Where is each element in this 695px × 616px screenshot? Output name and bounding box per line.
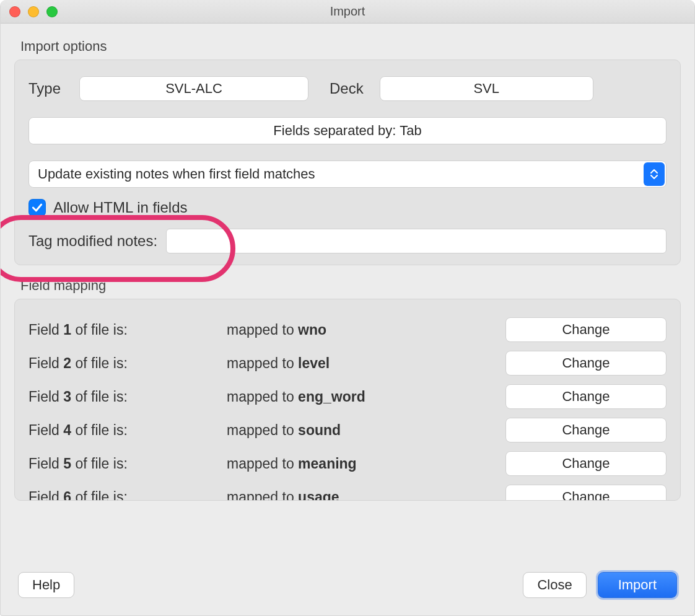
tag-modified-row: Tag modified notes: [28, 229, 667, 253]
close-button[interactable]: Close [523, 572, 586, 598]
allow-html-row: Allow HTML in fields [28, 199, 667, 216]
field-separator-button[interactable]: Fields separated by: Tab [28, 117, 667, 144]
field-target-label: mapped to meaning [227, 455, 493, 472]
type-label: Type [28, 80, 63, 97]
change-mapping-button[interactable]: Change [505, 384, 667, 409]
field-source-label: Field 2 of file is: [28, 355, 227, 372]
field-mapping-list: Field 1 of file is:mapped to wnoChangeFi… [28, 313, 667, 501]
field-target-label: mapped to level [227, 355, 493, 372]
duplicate-handling-value: Update existing notes when first field m… [38, 166, 315, 182]
note-type-value: SVL-ALC [165, 81, 222, 97]
import-options-label: Import options [20, 38, 677, 55]
field-mapping-row: Field 1 of file is:mapped to wnoChange [28, 313, 667, 346]
window-controls [9, 6, 58, 17]
field-target-label: mapped to wno [227, 322, 493, 338]
window-zoom-button[interactable] [46, 6, 58, 17]
import-options-group: Type SVL-ALC Deck SVL Fields separated b… [14, 59, 681, 265]
check-icon [31, 201, 43, 214]
window-title: Import [1, 4, 694, 19]
field-source-label: Field 6 of file is: [28, 489, 227, 501]
field-mapping-row: Field 2 of file is:mapped to levelChange [28, 346, 667, 380]
titlebar: Import [1, 0, 694, 24]
field-source-label: Field 4 of file is: [28, 422, 227, 439]
change-mapping-button[interactable]: Change [505, 351, 667, 376]
close-button-label: Close [537, 577, 572, 593]
deck-button[interactable]: SVL [380, 76, 593, 101]
field-mapping-row: Field 5 of file is:mapped to meaningChan… [28, 447, 667, 480]
import-button-label: Import [618, 577, 657, 593]
note-type-button[interactable]: SVL-ALC [79, 76, 308, 101]
change-mapping-button[interactable]: Change [505, 317, 667, 342]
change-mapping-button[interactable]: Change [505, 451, 667, 476]
allow-html-checkbox[interactable] [28, 199, 46, 216]
allow-html-label: Allow HTML in fields [53, 199, 188, 216]
field-source-label: Field 1 of file is: [28, 322, 227, 338]
chevron-up-down-icon [644, 162, 665, 186]
field-mapping-row: Field 6 of file is:mapped to usageChange [28, 480, 667, 501]
field-target-label: mapped to usage [227, 489, 493, 501]
content-area: Import options Type SVL-ALC Deck SVL Fie… [1, 24, 694, 507]
duplicate-handling-select[interactable]: Update existing notes when first field m… [28, 161, 667, 188]
import-window: Import Import options Type SVL-ALC Deck … [0, 0, 695, 616]
tag-modified-label: Tag modified notes: [28, 232, 157, 250]
field-separator-label: Fields separated by: Tab [273, 123, 421, 139]
field-mapping-row: Field 4 of file is:mapped to soundChange [28, 413, 667, 447]
field-source-label: Field 5 of file is: [28, 455, 227, 472]
tag-modified-input[interactable] [166, 229, 667, 253]
field-target-label: mapped to sound [227, 422, 493, 439]
help-button-label: Help [32, 577, 60, 593]
change-mapping-button[interactable]: Change [505, 418, 667, 442]
help-button[interactable]: Help [18, 572, 74, 598]
deck-label: Deck [330, 80, 364, 97]
field-target-label: mapped to eng_word [227, 389, 493, 405]
dialog-footer: Help Close Import [1, 572, 694, 615]
deck-value: SVL [473, 81, 499, 97]
window-close-button[interactable] [9, 6, 20, 17]
field-mapping-group: Field 1 of file is:mapped to wnoChangeFi… [14, 299, 681, 501]
window-minimize-button[interactable] [28, 6, 39, 17]
field-mapping-row: Field 3 of file is:mapped to eng_wordCha… [28, 380, 667, 413]
change-mapping-button[interactable]: Change [505, 485, 667, 501]
field-mapping-label: Field mapping [20, 278, 677, 294]
import-button[interactable]: Import [598, 572, 677, 598]
field-source-label: Field 3 of file is: [28, 389, 227, 405]
